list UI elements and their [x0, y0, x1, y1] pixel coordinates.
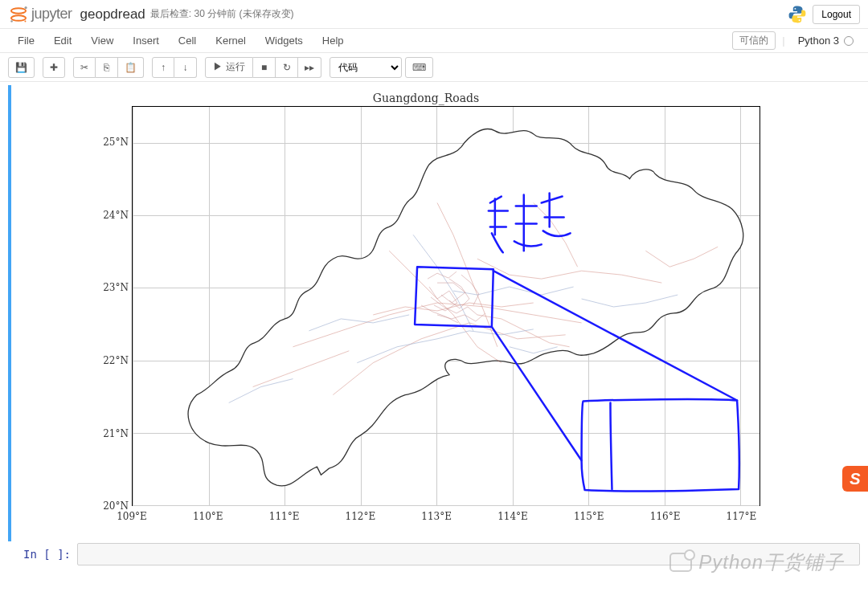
python-icon: [787, 4, 808, 25]
save-button[interactable]: 💾: [8, 57, 35, 78]
cut-button[interactable]: ✂: [73, 57, 96, 78]
cell-type-select[interactable]: 代码: [330, 57, 402, 78]
menubar: File Edit View Insert Cell Kernel Widget…: [0, 29, 868, 53]
menu-help[interactable]: Help: [313, 31, 354, 50]
menu-kernel[interactable]: Kernel: [206, 31, 256, 50]
svg-point-2: [24, 6, 27, 8]
run-button[interactable]: ▶ 运行: [205, 57, 253, 78]
restart-button[interactable]: ↻: [276, 57, 298, 78]
map-guangdong: [133, 107, 760, 505]
menu-file[interactable]: File: [8, 31, 44, 50]
copy-button[interactable]: ⎘: [96, 57, 118, 78]
menu-edit[interactable]: Edit: [44, 31, 81, 50]
svg-point-0: [11, 8, 26, 14]
input-prompt: In [ ]:: [8, 543, 77, 565]
chart-output: Guangdong_Roads: [80, 88, 772, 538]
paste-button[interactable]: 📋: [118, 57, 144, 78]
x-tick: 109°E: [117, 511, 147, 522]
move-up-button[interactable]: ↑: [152, 57, 174, 78]
chart-title: Guangdong_Roads: [373, 92, 479, 104]
wechat-icon: [669, 553, 692, 572]
interrupt-button[interactable]: ■: [253, 57, 276, 78]
trusted-indicator[interactable]: 可信的: [732, 31, 776, 50]
output-area: Guangdong_Roads: [80, 85, 860, 541]
svg-point-4: [24, 20, 26, 22]
svg-point-3: [10, 20, 13, 22]
kernel-name[interactable]: Python 3: [792, 33, 860, 48]
x-tick: 113°E: [421, 511, 452, 522]
output-prompt: [11, 85, 80, 541]
watermark: Python干货铺子: [669, 549, 844, 575]
separator: |: [782, 35, 784, 47]
x-tick: 114°E: [497, 511, 528, 522]
kernel-idle-icon: [844, 36, 854, 46]
svg-point-1: [11, 15, 26, 21]
logout-button[interactable]: Logout: [813, 5, 860, 24]
y-tick: 23°N: [84, 282, 129, 293]
y-tick: 22°N: [84, 355, 129, 366]
x-tick: 116°E: [650, 511, 681, 522]
y-tick: 25°N: [84, 137, 129, 148]
header-right: Logout: [787, 4, 860, 25]
restart-run-all-button[interactable]: ▸▸: [298, 57, 321, 78]
chart-plot-area: [132, 106, 760, 506]
checkpoint-status: 最后检查: 30 分钟前 (未保存改变): [150, 7, 294, 21]
add-cell-button[interactable]: ✚: [43, 57, 65, 78]
svg-point-6: [799, 19, 800, 21]
x-tick: 110°E: [193, 511, 223, 522]
watermark-text: Python干货铺子: [698, 549, 844, 575]
command-palette-button[interactable]: ⌨: [405, 57, 433, 78]
x-tick: 112°E: [346, 511, 376, 522]
toolbar: 💾 ✚ ✂ ⎘ 📋 ↑ ↓ ▶ 运行 ■ ↻ ▸▸ 代码 ⌨: [0, 53, 868, 82]
annotation-overlay: [133, 107, 760, 505]
y-tick: 20°N: [84, 500, 129, 512]
menu-widgets[interactable]: Widgets: [256, 31, 313, 50]
x-tick: 117°E: [727, 511, 757, 522]
output-cell[interactable]: Guangdong_Roads: [8, 85, 860, 541]
sogou-ime-icon[interactable]: S: [842, 466, 868, 492]
jupyter-icon: [8, 4, 29, 25]
jupyter-logo[interactable]: jupyter: [8, 4, 72, 25]
y-tick: 24°N: [84, 210, 129, 221]
svg-point-5: [795, 7, 796, 9]
notebook-container[interactable]: Guangdong_Roads: [0, 82, 868, 596]
logo-text: jupyter: [31, 6, 72, 22]
notebook-name[interactable]: geopdread: [80, 6, 145, 22]
y-tick: 21°N: [84, 428, 129, 439]
menu-cell[interactable]: Cell: [169, 31, 206, 50]
x-tick: 111°E: [269, 511, 300, 522]
menu-insert[interactable]: Insert: [123, 31, 169, 50]
menu-view[interactable]: View: [81, 31, 123, 50]
move-down-button[interactable]: ↓: [174, 57, 197, 78]
header: jupyter geopdread 最后检查: 30 分钟前 (未保存改变) L…: [0, 0, 868, 29]
x-tick: 115°E: [574, 511, 604, 522]
